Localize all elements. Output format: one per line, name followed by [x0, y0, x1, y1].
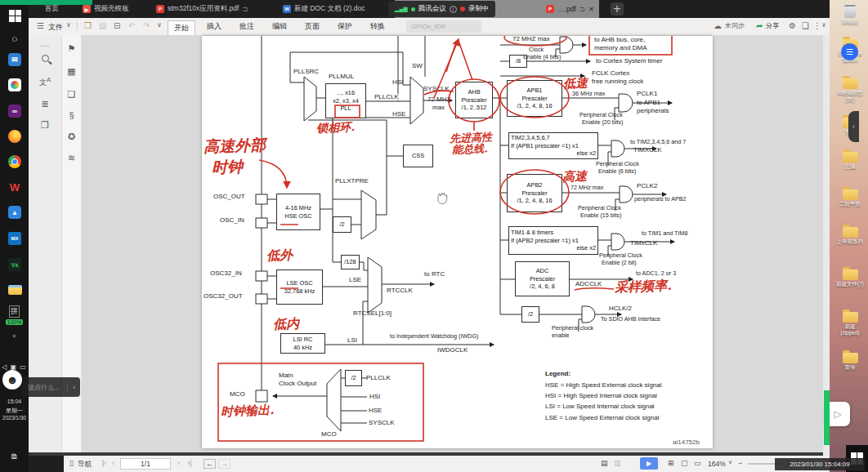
file-explorer-icon[interactable]	[7, 283, 22, 297]
desktop-icon-recycle[interactable]: 回收站	[834, 5, 866, 25]
danmaku-input-overlay[interactable]: 说点什么... ‹	[21, 377, 80, 397]
drag-handle[interactable]: —	[29, 40, 61, 50]
bookmark-icon[interactable]: ⚑	[62, 43, 81, 54]
cloud-icon[interactable]: ☁	[714, 21, 722, 30]
pin-icon[interactable]: ⊐	[579, 5, 585, 13]
desktop-icon-folder[interactable]: 新建 (zipped)	[834, 312, 866, 336]
desktop-icon-folder[interactable]: 新建文件(?)	[834, 269, 866, 287]
zoom-level[interactable]: 164%	[708, 460, 726, 468]
play-slideshow-button[interactable]: ▶	[640, 457, 658, 470]
share-icon[interactable]: ➦	[756, 21, 763, 30]
meeting-app-icon[interactable]	[7, 78, 22, 92]
sidebar-toggle[interactable]: ‹	[848, 111, 859, 142]
and-gate	[582, 306, 595, 323]
prev-page-icon[interactable]: ‹	[112, 459, 114, 467]
open-icon[interactable]: ❐	[84, 21, 92, 30]
fit-width-icon[interactable]: ⊞	[668, 459, 674, 467]
info-icon: i	[450, 6, 457, 13]
meeting-recording-overlay[interactable]: ▂▄▆ 腾讯会议 i 录制中	[388, 1, 495, 17]
hamburger-icon[interactable]: ☰	[37, 21, 44, 30]
share-label[interactable]: 分享	[766, 21, 779, 30]
start-button[interactable]	[7, 8, 22, 23]
chevron-down-icon[interactable]: ∨	[157, 21, 162, 29]
pllxtpre-mux	[361, 190, 376, 239]
new-tab-button[interactable]: +	[611, 2, 624, 16]
ime-indicator[interactable]: 拼	[9, 305, 20, 318]
emoji-overlay-icon[interactable]: ☻	[2, 370, 22, 390]
chrome-icon[interactable]	[7, 154, 22, 169]
tab-edit[interactable]: 编辑	[272, 21, 287, 32]
vscode-green-icon[interactable]: Vs	[7, 257, 22, 272]
search-input[interactable]: GPIOx_IDR	[406, 20, 481, 33]
document-area[interactable]: ..., x16x2, x3, x4PLL AHBPrescaler/1, 2.…	[82, 35, 823, 456]
settings-sliders-icon[interactable]: ≣	[29, 99, 61, 109]
visual-studio-icon[interactable]: ∞	[7, 104, 22, 118]
firefox-icon[interactable]	[7, 129, 22, 144]
label: SYSCLK	[423, 86, 450, 92]
more-vertical-icon[interactable]: ⋮	[813, 21, 821, 30]
cubemx-icon[interactable]: MX	[7, 231, 22, 246]
tab-page[interactable]: 页面	[305, 21, 320, 32]
snapshot-icon[interactable]: ▦	[62, 66, 81, 77]
and-gate	[611, 140, 624, 157]
danmaku-placeholder[interactable]: 说点什么...	[21, 383, 67, 392]
translate-icon[interactable]: 文A	[29, 76, 61, 88]
pin-icon[interactable]: ⊐	[242, 5, 248, 13]
desktop-icon-folder[interactable]: 二轮平面	[834, 189, 866, 207]
search-taskbar-icon[interactable]: ○	[7, 31, 22, 46]
single-page-icon[interactable]: ▤	[601, 459, 608, 467]
comment-icon[interactable]: ❑	[62, 89, 81, 100]
nav-panel-icon[interactable]: ▯	[69, 459, 74, 467]
first-page-icon[interactable]: |‹	[102, 459, 106, 467]
zoom-dropdown-icon[interactable]: ∨	[728, 459, 732, 465]
tab-insert[interactable]: 插入	[207, 21, 221, 32]
close-tab-icon[interactable]: ✕	[588, 5, 594, 13]
chevron-down-icon[interactable]: ∨	[66, 21, 71, 29]
forward-icon[interactable]: →	[218, 459, 230, 469]
desktop-icon-folder[interactable]: 宣传	[834, 353, 866, 371]
zoom-out-icon[interactable]: −	[738, 459, 742, 467]
desktop-icon-folder[interactable]: 汇编	[834, 152, 866, 170]
tab-convert[interactable]: 转换	[370, 21, 385, 32]
wps-assistant-button[interactable]: ☰	[841, 43, 858, 60]
search-doc-icon[interactable]	[42, 55, 49, 62]
wps-icon[interactable]: W	[7, 180, 22, 194]
collapse-ribbon-icon[interactable]: ∨	[821, 21, 826, 29]
layers-icon[interactable]: ≋	[62, 153, 81, 163]
battery-indicator[interactable]: 100%	[0, 319, 29, 325]
print-icon[interactable]: ⊟	[114, 21, 120, 30]
tab-doc[interactable]: W新建 DOC 文档 (2).doc	[278, 0, 369, 18]
file-menu[interactable]: 文件	[48, 22, 63, 33]
stamp-icon[interactable]: ✪	[62, 131, 81, 142]
desktop-icon-folder[interactable]: rc校磁模型(简)	[834, 78, 866, 103]
attachment-icon[interactable]: §	[62, 110, 81, 120]
nav-label[interactable]: 导航	[78, 460, 92, 470]
mail-app-icon[interactable]: ✉	[7, 52, 22, 67]
save-icon[interactable]: ▤	[99, 21, 106, 30]
label: PLLXTPRE	[335, 178, 369, 185]
teambition-icon[interactable]: ▲	[7, 205, 22, 220]
label: HSI	[369, 394, 380, 400]
apb1-prescaler-box: APB1Prescaler/1, 2, 4, 8, 16	[507, 80, 562, 117]
fit-page-icon[interactable]: ▢	[681, 459, 688, 467]
back-icon[interactable]: ←	[204, 459, 216, 469]
undo-icon[interactable]: ↶	[128, 21, 135, 30]
gear-icon[interactable]: ⚙	[789, 21, 796, 30]
comment-bubble-icon[interactable]: ❑	[802, 21, 809, 30]
read-mode-icon[interactable]: ❒	[29, 120, 61, 131]
last-page-icon[interactable]: ›|	[187, 459, 191, 467]
desktop-icon-folder[interactable]: 上学期系列	[834, 227, 866, 245]
next-page-icon[interactable]: ›	[177, 459, 180, 467]
tab-protect[interactable]: 保护	[338, 21, 352, 32]
two-page-icon[interactable]: ▥	[614, 459, 621, 467]
tab-start[interactable]: 开始	[168, 20, 195, 36]
label: TIMxCLK	[630, 240, 657, 247]
redo-icon[interactable]: ↷	[143, 21, 150, 30]
tab-stm32-pdf[interactable]: Pstm32f10x应用资料.pdf⊐	[151, 0, 253, 18]
action-center-icon[interactable]: 🗈	[0, 451, 29, 461]
page-indicator[interactable]: 1/1	[120, 458, 171, 470]
tab-comment[interactable]: 批注	[239, 21, 254, 32]
rotate-icon[interactable]: ▭	[694, 459, 701, 467]
collapse-overlay-icon[interactable]: ‹	[67, 384, 80, 391]
tray-close-icon[interactable]: ✕	[0, 333, 29, 340]
